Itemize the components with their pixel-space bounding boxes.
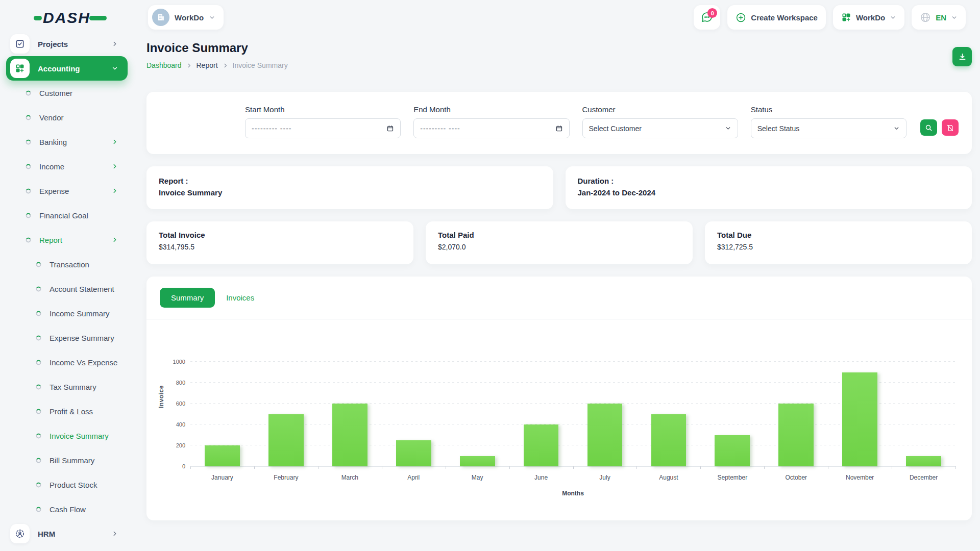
download-report-button[interactable]: [952, 47, 972, 66]
sidebar-item-invoice-summary[interactable]: Invoice Summary: [6, 423, 128, 448]
bar-slot-april: [382, 362, 446, 466]
sidebar-item-label: Income Summary: [50, 309, 110, 318]
x-axis-tick: [446, 466, 446, 469]
bullet-icon: [36, 384, 41, 390]
bullet-icon: [26, 139, 31, 145]
bullet-icon: [26, 188, 31, 194]
y-tick-label-400: 400: [176, 421, 185, 428]
sidebar-item-product-stock[interactable]: Product Stock: [6, 472, 128, 497]
sidebar-item-financial-goal[interactable]: Financial Goal: [6, 203, 128, 228]
bar-slot-september: [700, 362, 764, 466]
sidebar-item-label: Tax Summary: [50, 383, 96, 391]
y-tick-label-1000: 1000: [173, 359, 185, 365]
sidebar-item-accounting[interactable]: Accounting: [6, 56, 128, 81]
sidebar-item-cash-flow[interactable]: Cash Flow: [6, 497, 128, 521]
bullet-icon: [26, 213, 31, 218]
download-icon: [958, 53, 967, 61]
status-select[interactable]: Select Status: [751, 118, 906, 138]
bar-july: [587, 404, 623, 466]
customer-select[interactable]: Select Customer: [582, 118, 738, 138]
chevron-right-icon: [111, 163, 118, 170]
start-month-input[interactable]: --------- ----: [245, 118, 401, 138]
sidebar-item-hrm[interactable]: HRM: [6, 521, 128, 546]
sidebar-nav: ProjectsAccountingCustomerVendorBankingI…: [6, 32, 128, 546]
bullet-icon: [36, 433, 41, 439]
sidebar-item-label: Projects: [38, 40, 68, 48]
sidebar-item-income[interactable]: Income: [6, 154, 128, 179]
end-month-placeholder: --------- ----: [420, 124, 460, 133]
sidebar-item-label: Transaction: [50, 260, 89, 269]
breadcrumb-current: Invoice Summary: [233, 61, 288, 69]
sidebar-item-banking[interactable]: Banking: [6, 130, 128, 154]
y-tick-label-600: 600: [176, 400, 185, 407]
dash-logo[interactable]: DASH: [34, 9, 107, 27]
sidebar-item-income-vs-expense[interactable]: Income Vs Expense: [6, 350, 128, 374]
bar-slot-july: [573, 362, 637, 466]
workspace-switcher-label: WorkDo: [856, 13, 885, 22]
messages-button[interactable]: 0: [694, 5, 720, 30]
bar-october: [778, 404, 814, 466]
sidebar-item-label: Expense: [39, 187, 69, 195]
x-tick-label-june: June: [509, 474, 573, 481]
sidebar-item-label: Vendor: [39, 113, 64, 122]
workspace-chip[interactable]: WorkDo: [148, 5, 224, 30]
bar-september: [715, 435, 750, 467]
breadcrumb-dashboard-link[interactable]: Dashboard: [146, 61, 182, 69]
sidebar-item-projects[interactable]: Projects: [6, 32, 128, 56]
report-label: Report :: [159, 177, 541, 185]
sidebar-item-account-statement[interactable]: Account Statement: [6, 277, 128, 301]
chevron-down-icon: [951, 14, 958, 21]
bar-slot-november: [828, 362, 892, 466]
create-workspace-button[interactable]: Create Workspace: [727, 5, 826, 30]
summary-chart-card: Summary Invoices Invoice 020040060080010…: [146, 277, 972, 520]
sidebar-item-customer[interactable]: Customer: [6, 81, 128, 105]
tabs-divider: [146, 319, 972, 319]
x-axis-tick: [254, 466, 255, 469]
sidebar-item-expense-summary[interactable]: Expense Summary: [6, 325, 128, 350]
workspace-switcher[interactable]: WorkDo: [833, 5, 904, 30]
bullet-icon: [36, 409, 41, 414]
main-content: Invoice Summary Dashboard Report Invoice…: [146, 36, 972, 520]
x-tick-label-march: March: [318, 474, 382, 481]
status-select-value: Select Status: [757, 124, 800, 133]
total-paid-value: $2,070.0: [438, 243, 680, 251]
end-month-input[interactable]: --------- ----: [413, 118, 569, 138]
chevron-down-icon: [893, 125, 900, 132]
end-month-field-group: End Month --------- ----: [413, 105, 569, 154]
x-axis-tick: [892, 466, 892, 469]
breadcrumb-report[interactable]: Report: [197, 61, 218, 69]
language-selector[interactable]: EN: [912, 5, 966, 30]
apply-filter-button[interactable]: [920, 119, 937, 136]
sidebar-item-report[interactable]: Report: [6, 228, 128, 252]
calendar-icon: [555, 124, 563, 132]
bar-slot-may: [446, 362, 509, 466]
chevron-down-icon: [725, 125, 731, 132]
x-axis-tick: [190, 466, 191, 469]
chevron-right-icon: [111, 138, 118, 145]
sidebar-item-label: Customer: [39, 89, 72, 97]
header-actions: 0 Create Workspace WorkDo: [694, 5, 966, 30]
invoice-bar-chart: 02004006008001000: [190, 362, 955, 467]
sidebar-item-expense[interactable]: Expense: [6, 179, 128, 203]
create-workspace-label: Create Workspace: [751, 13, 818, 22]
sidebar-item-label: Account Statement: [50, 285, 114, 293]
sidebar-item-vendor[interactable]: Vendor: [6, 105, 128, 130]
sidebar-item-income-summary[interactable]: Income Summary: [6, 301, 128, 325]
x-axis-tick: [764, 466, 765, 469]
page-header: Invoice Summary Dashboard Report Invoice…: [146, 36, 972, 87]
globe-icon: [920, 12, 931, 23]
y-tick-label-800: 800: [176, 380, 185, 386]
reset-filter-button[interactable]: [942, 119, 959, 136]
totals-row: Total Invoice $314,795.5 Total Paid $2,0…: [146, 221, 972, 264]
sidebar-item-transaction[interactable]: Transaction: [6, 252, 128, 277]
sidebar-item-tax-summary[interactable]: Tax Summary: [6, 374, 128, 399]
sidebar-item-bill-summary[interactable]: Bill Summary: [6, 448, 128, 472]
tab-invoices[interactable]: Invoices: [226, 293, 254, 302]
hrm-icon: [10, 524, 30, 543]
duration-value: Jan-2024 to Dec-2024: [578, 188, 960, 197]
bullet-icon: [26, 164, 31, 169]
workspace-name: WorkDo: [175, 13, 204, 22]
tab-summary[interactable]: Summary: [160, 288, 215, 308]
x-axis-tick: [955, 466, 956, 469]
sidebar-item-profit-loss[interactable]: Profit & Loss: [6, 399, 128, 423]
